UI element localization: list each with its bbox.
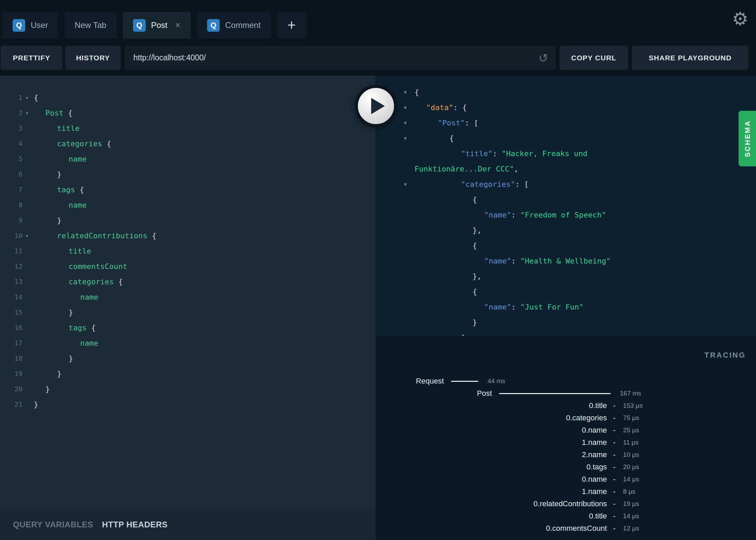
response-line: ▾"data": { [376,100,756,115]
tracing-panel: TRACING Request44 msPost167 ms0.title-15… [376,336,756,540]
query-line: 17name [0,335,376,351]
line-gutter: 12 [0,259,31,274]
new-tab-button[interactable]: + [277,12,306,39]
trace-time: 20 μs [623,463,639,471]
trace-time: 11 μs [623,439,638,446]
query-line: 4categories { [0,136,376,151]
response-code: }, [415,269,482,284]
prettify-button[interactable]: PRETTIFY [1,46,62,70]
query-line: 3title [0,121,376,136]
trace-row: 0.tags-20 μs [376,461,756,473]
query-code: } [31,305,73,320]
query-variables-toggle[interactable]: QUERY VARIABLES [13,520,93,529]
share-playground-button[interactable]: SHARE PLAYGROUND [632,46,748,70]
query-line: 19} [0,366,376,381]
line-gutter: 7 [0,182,31,197]
query-line: 10▾relatedContributions { [0,228,376,243]
line-number: 1 [18,90,23,105]
fold-arrow-icon[interactable]: ▾ [23,105,31,121]
trace-label: 0.title [376,512,607,521]
trace-row: 0.name-14 μs [376,473,756,485]
schema-sidebar-tab[interactable]: SCHEMA [739,111,756,166]
trace-label: 1.name [376,487,607,496]
code-token: : [ [465,119,478,127]
code-token: } [69,308,73,317]
line-number: 18 [14,351,23,366]
code-token: : [511,257,520,265]
code-token: name [69,201,87,209]
query-code: tags { [31,320,96,335]
trace-dash: - [613,487,615,496]
trace-row: Post167 ms [376,387,756,400]
tab-post[interactable]: QPost× [123,12,191,39]
execute-query-button[interactable] [355,85,397,127]
line-number: 5 [18,151,23,167]
query-code: categories { [31,274,123,289]
tab-comment[interactable]: QComment [197,12,271,39]
tracing-title: TRACING [704,351,746,360]
settings-gear-icon[interactable]: ⚙ [732,10,748,28]
query-code: name [31,289,98,305]
response-pane: ▾{▾"data": {▾"Post": [▾{"title": "Hacker… [376,76,756,336]
query-editor[interactable]: 1▾{2▾Post {3title4categories {5name6}7ta… [0,76,376,509]
trace-time: 167 ms [620,390,641,397]
code-token: { [34,93,38,102]
collapse-arrow-icon[interactable]: ▾ [401,104,410,111]
response-gutter [376,269,415,284]
query-pane: 1▾{2▾Post {3title4categories {5name6}7ta… [0,76,376,540]
tab-label: Comment [225,20,261,30]
code-token: } [69,354,73,363]
trace-rows: Request44 msPost167 ms0.title-153 μs0.ca… [376,375,756,535]
line-gutter: 11 [0,243,31,259]
copy-curl-button[interactable]: COPY CURL [559,46,628,70]
collapse-arrow-icon[interactable]: ▾ [401,135,410,141]
trace-row: 0.title-153 μs [376,400,756,412]
line-gutter: 21 [0,397,31,412]
endpoint-url-input[interactable] [125,53,556,62]
code-token: } [57,170,61,179]
tab-new-tab[interactable]: New Tab [64,12,117,39]
close-tab-icon[interactable]: × [175,20,180,30]
collapse-arrow-icon[interactable]: ▾ [401,89,410,95]
response-code: ] [415,330,465,336]
line-number: 7 [18,182,23,197]
query-line: 7tags { [0,182,376,197]
tab-user[interactable]: QUser [2,12,58,39]
code-token: categories [69,278,118,286]
trace-row: 0.categories-75 μs [376,412,756,424]
code-token: "Hacker, Freaks und [501,149,587,158]
code-token: { [91,324,96,332]
code-token: commentsCount [69,262,127,271]
trace-dash: - [613,499,615,508]
http-headers-toggle[interactable]: HTTP HEADERS [102,520,168,529]
query-code: Post { [31,105,72,121]
trace-label: 0.name [376,475,607,484]
line-number: 12 [14,259,23,274]
fold-arrow-icon[interactable]: ▾ [23,228,31,243]
query-line: 18} [0,351,376,366]
collapse-arrow-icon[interactable]: ▾ [401,120,410,126]
code-token: "categories" [461,180,515,189]
query-code: categories { [31,136,111,151]
query-code: { [31,90,38,105]
query-code: name [31,151,87,167]
line-gutter: 6 [0,167,31,182]
fold-arrow-icon[interactable]: ▾ [23,90,31,105]
collapse-arrow-icon[interactable]: ▾ [401,181,410,188]
code-token: { [118,278,123,286]
history-button[interactable]: HISTORY [65,46,121,70]
code-token: { [107,139,111,148]
query-code: } [31,167,61,182]
query-code: commentsCount [31,259,127,274]
code-token: , [514,165,518,173]
response-line: ▾"Post": [ [376,115,756,131]
reload-icon[interactable]: ↺ [539,52,549,64]
code-token: relatedContributions [57,231,152,240]
trace-label: 0.tags [376,463,607,471]
response-line: ▾{ [376,85,756,100]
query-code: name [31,335,98,351]
code-token: : [ [515,180,529,189]
response-code: { [415,131,454,146]
response-gutter [376,253,415,269]
code-token: "Freedom of Speech" [520,211,606,219]
